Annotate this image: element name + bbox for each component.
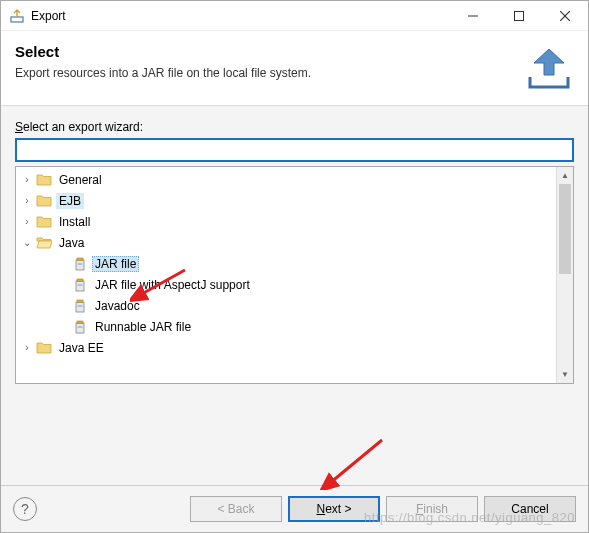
svg-rect-10: [78, 284, 83, 286]
page-description: Export resources into a JAR file on the …: [15, 66, 514, 80]
tree-item-label: Java: [56, 235, 87, 251]
cancel-button[interactable]: Cancel: [484, 496, 576, 522]
tree-item-label: Javadoc: [92, 298, 143, 314]
expander-empty: [56, 278, 70, 292]
wizard-tree: ›General›EJB›Install⌄JavaJAR fileJAR fil…: [15, 166, 574, 384]
tree-item-label: EJB: [56, 193, 84, 209]
help-button[interactable]: ?: [13, 497, 37, 521]
svg-rect-0: [11, 17, 23, 22]
folder-icon: [36, 172, 52, 188]
export-icon: [9, 8, 25, 24]
tree-item-label: Java EE: [56, 340, 107, 356]
finish-button: Finish: [386, 496, 478, 522]
chevron-right-icon[interactable]: ›: [20, 173, 34, 187]
jar-icon: [72, 298, 88, 314]
tree-item[interactable]: JAR file: [16, 253, 556, 274]
chevron-right-icon[interactable]: ›: [20, 194, 34, 208]
back-button: < Back: [190, 496, 282, 522]
chevron-right-icon[interactable]: ›: [20, 341, 34, 355]
export-dialog: Export Select Export resources into a JA…: [0, 0, 589, 533]
close-button[interactable]: [542, 1, 588, 31]
jar-icon: [72, 319, 88, 335]
svg-rect-13: [78, 305, 83, 307]
folder-icon: [36, 235, 52, 251]
maximize-button[interactable]: [496, 1, 542, 31]
expander-empty: [56, 320, 70, 334]
content-area: Select an export wizard: ›General›EJB›In…: [1, 106, 588, 485]
svg-rect-6: [77, 258, 83, 261]
expander-empty: [56, 257, 70, 271]
minimize-button[interactable]: [450, 1, 496, 31]
titlebar: Export: [1, 1, 588, 31]
scroll-up-icon[interactable]: ▲: [557, 167, 573, 184]
jar-icon: [72, 256, 88, 272]
expander-empty: [56, 299, 70, 313]
tree-item-label: JAR file: [92, 256, 139, 272]
tree-item[interactable]: ›Java EE: [16, 337, 556, 358]
tree-item[interactable]: Javadoc: [16, 295, 556, 316]
tree-item[interactable]: ›Install: [16, 211, 556, 232]
tree-item-label: Runnable JAR file: [92, 319, 194, 335]
folder-icon: [36, 193, 52, 209]
window-title: Export: [31, 9, 450, 23]
svg-rect-2: [515, 11, 524, 20]
folder-icon: [36, 340, 52, 356]
next-button[interactable]: Next >: [288, 496, 380, 522]
tree-item[interactable]: JAR file with AspectJ support: [16, 274, 556, 295]
svg-rect-16: [78, 326, 83, 328]
svg-rect-7: [78, 263, 83, 265]
page-title: Select: [15, 43, 514, 60]
folder-icon: [36, 214, 52, 230]
svg-rect-15: [77, 321, 83, 324]
scroll-down-icon[interactable]: ▼: [557, 366, 573, 383]
chevron-down-icon[interactable]: ⌄: [20, 236, 34, 250]
wizard-filter-input[interactable]: [15, 138, 574, 162]
wizard-select-label: Select an export wizard:: [15, 120, 574, 134]
tree-scrollbar[interactable]: ▲ ▼: [556, 167, 573, 383]
tree-item[interactable]: ›EJB: [16, 190, 556, 211]
tree-item-label: General: [56, 172, 105, 188]
tree-item[interactable]: Runnable JAR file: [16, 316, 556, 337]
svg-rect-12: [77, 300, 83, 303]
dialog-header: Select Export resources into a JAR file …: [1, 31, 588, 106]
tree-item-label: JAR file with AspectJ support: [92, 277, 253, 293]
tree-item[interactable]: ⌄Java: [16, 232, 556, 253]
chevron-right-icon[interactable]: ›: [20, 215, 34, 229]
tree-item-label: Install: [56, 214, 93, 230]
button-bar: ? < Back Next > Finish Cancel: [1, 486, 588, 532]
svg-rect-9: [77, 279, 83, 282]
export-banner-icon: [524, 43, 574, 93]
scroll-thumb[interactable]: [559, 184, 571, 274]
tree-item[interactable]: ›General: [16, 169, 556, 190]
jar-icon: [72, 277, 88, 293]
